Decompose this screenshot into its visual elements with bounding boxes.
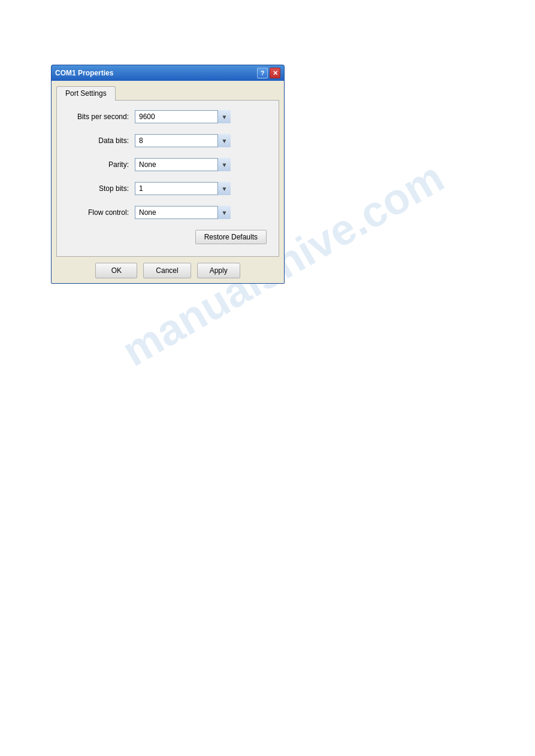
bottom-buttons: OK Cancel Apply	[56, 263, 279, 278]
parity-row: Parity: NoneEvenOdd MarkSpace ▼	[69, 158, 267, 171]
flow-control-row: Flow control: NoneXon / XoffHardware ▼	[69, 206, 267, 219]
apply-button[interactable]: Apply	[197, 263, 240, 278]
bits-per-second-row: Bits per second: 1103006001200 240048009…	[69, 110, 267, 123]
stop-bits-row: Stop bits: 11.52 ▼	[69, 182, 267, 195]
close-button[interactable]: ✕	[270, 68, 280, 78]
parity-select-wrapper: NoneEvenOdd MarkSpace ▼	[135, 158, 231, 171]
com1-properties-dialog: COM1 Properties ? ✕ Port Settings Bits p…	[51, 65, 285, 284]
tab-port-settings[interactable]: Port Settings	[56, 86, 116, 101]
dialog-body: Port Settings Bits per second: 110300600…	[51, 81, 285, 284]
bits-per-second-label: Bits per second:	[69, 113, 135, 121]
stop-bits-select-wrapper: 11.52 ▼	[135, 182, 231, 195]
title-bar: COM1 Properties ? ✕	[51, 65, 285, 81]
flow-control-label: Flow control:	[69, 208, 135, 217]
cancel-button[interactable]: Cancel	[143, 263, 191, 278]
tab-bar: Port Settings	[56, 86, 279, 100]
flow-control-select[interactable]: NoneXon / XoffHardware	[135, 206, 231, 219]
data-bits-label: Data bits:	[69, 136, 135, 145]
restore-defaults-button[interactable]: Restore Defaults	[195, 230, 267, 244]
title-bar-buttons: ? ✕	[257, 68, 280, 78]
ok-button[interactable]: OK	[95, 263, 137, 278]
help-button[interactable]: ?	[257, 68, 268, 78]
flow-control-select-wrapper: NoneXon / XoffHardware ▼	[135, 206, 231, 219]
content-panel: Bits per second: 1103006001200 240048009…	[56, 100, 279, 257]
data-bits-row: Data bits: 5678 ▼	[69, 134, 267, 147]
data-bits-select[interactable]: 5678	[135, 134, 231, 147]
dialog-title: COM1 Properties	[55, 69, 113, 77]
bits-per-second-select[interactable]: 1103006001200 240048009600 1440019200384…	[135, 110, 231, 123]
stop-bits-select[interactable]: 11.52	[135, 182, 231, 195]
bits-per-second-select-wrapper: 1103006001200 240048009600 1440019200384…	[135, 110, 231, 123]
restore-defaults-row: Restore Defaults	[69, 230, 267, 244]
stop-bits-label: Stop bits:	[69, 184, 135, 193]
parity-label: Parity:	[69, 160, 135, 169]
data-bits-select-wrapper: 5678 ▼	[135, 134, 231, 147]
parity-select[interactable]: NoneEvenOdd MarkSpace	[135, 158, 231, 171]
